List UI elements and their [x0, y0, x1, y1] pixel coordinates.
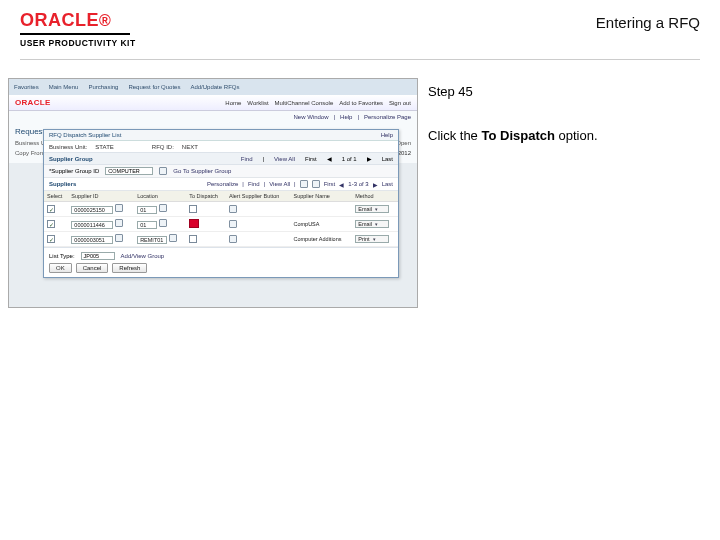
nav-item[interactable]: Add/Update RFQs [190, 84, 239, 90]
row-select-checkbox[interactable]: ✓ [47, 235, 55, 243]
nav-item[interactable]: Main Menu [49, 84, 79, 90]
col-alert: Alert Supplier Button [226, 191, 291, 202]
global-link[interactable]: Home [225, 100, 241, 106]
dlg-rfq-label: RFQ ID: [152, 144, 174, 150]
breadcrumb-link[interactable]: Help [340, 114, 352, 120]
find-link-2[interactable]: Find [248, 181, 260, 187]
cancel-button[interactable]: Cancel [76, 263, 109, 273]
method-select[interactable]: Email [355, 220, 389, 228]
supplier-name-cell: Computer Additions [290, 232, 352, 247]
col-supplier-id: Supplier ID [68, 191, 134, 202]
embedded-screenshot: Favorites Main Menu Purchasing Request f… [8, 78, 418, 308]
page-title: Entering a RFQ [596, 10, 700, 31]
app-breadcrumb: New Window| Help| Personalize Page [9, 111, 417, 123]
pager2-next-icon[interactable]: ▶ [373, 181, 378, 188]
col-method: Method [352, 191, 398, 202]
page-header: ORACLE® USER PRODUCTIVITY KIT Entering a… [0, 0, 720, 53]
suppliers-table: Select Supplier ID Location To Dispatch … [44, 191, 398, 247]
instruction-suffix: option. [555, 128, 598, 143]
to-dispatch-checkbox[interactable] [189, 205, 197, 213]
supplier-id-input[interactable]: 0000025150 [71, 206, 113, 214]
instruction-text: Click the To Dispatch option. [428, 126, 700, 146]
dlg-rfq-value: NEXT [182, 144, 198, 150]
zoom-icon[interactable] [300, 180, 308, 188]
dialog-help-link[interactable]: Help [381, 132, 393, 138]
row-select-checkbox[interactable]: ✓ [47, 220, 55, 228]
to-dispatch-highlight[interactable] [189, 219, 199, 228]
location-input[interactable]: 01 [137, 221, 157, 229]
content-area: Favorites Main Menu Purchasing Request f… [0, 60, 720, 308]
instruction-panel: Step 45 Click the To Dispatch option. [428, 78, 700, 308]
pager-prev-icon[interactable]: ◀ [327, 155, 332, 162]
method-select[interactable]: Email [355, 205, 389, 213]
pager-last[interactable]: Last [382, 156, 393, 162]
pager-next-icon[interactable]: ▶ [367, 155, 372, 162]
global-link[interactable]: Worklist [247, 100, 268, 106]
breadcrumb-link[interactable]: Personalize Page [364, 114, 411, 120]
alert-supplier-icon[interactable] [229, 205, 237, 213]
supplier-id-input[interactable]: 0000011446 [71, 221, 113, 229]
pager-first[interactable]: First [305, 156, 317, 162]
go-supplier-link[interactable]: Go To Supplier Group [173, 168, 231, 174]
pager2-last[interactable]: Last [382, 181, 393, 187]
dialog-button-row: OK Cancel Refresh [49, 263, 393, 273]
download-icon[interactable] [312, 180, 320, 188]
brand-text: ORACLE [20, 10, 99, 30]
lookup-icon[interactable] [169, 234, 177, 242]
global-link[interactable]: MultiChannel Console [275, 100, 334, 106]
lookup-icon[interactable] [115, 204, 123, 212]
location-input[interactable]: REMIT01 [137, 236, 167, 244]
tab-supplier-group[interactable]: Supplier Group [49, 156, 93, 162]
logo-block: ORACLE® USER PRODUCTIVITY KIT [20, 10, 136, 48]
breadcrumb-link[interactable]: New Window [293, 114, 328, 120]
location-input[interactable]: 01 [137, 206, 157, 214]
lookup-icon[interactable] [159, 204, 167, 212]
dialog-tabbar: Supplier Group Find| View All First ◀ 1 … [44, 152, 398, 165]
table-row: ✓ 0000003051 REMIT01 Computer Additions … [44, 232, 398, 247]
view-all-link-2[interactable]: View All [269, 181, 290, 187]
supplier-name-cell [290, 202, 352, 217]
global-link[interactable]: Add to Favorites [339, 100, 383, 106]
find-link[interactable]: Find [241, 156, 253, 162]
add-view-group-link[interactable]: Add/View Group [121, 253, 165, 259]
copy-from-label: Copy From [15, 150, 45, 156]
row-select-checkbox[interactable]: ✓ [47, 205, 55, 213]
table-header-row: Select Supplier ID Location To Dispatch … [44, 191, 398, 202]
col-location: Location [134, 191, 186, 202]
lookup-icon[interactable] [159, 219, 167, 227]
oracle-logo: ORACLE® [20, 10, 136, 31]
personalize-link[interactable]: Personalize [207, 181, 238, 187]
list-type-input[interactable]: JP005 [81, 252, 115, 260]
dialog-footer: List Type: JP005 Add/View Group OK Cance… [44, 247, 398, 277]
nav-item[interactable]: Request for Quotes [128, 84, 180, 90]
table-row: ✓ 0000011446 01 CompUSA Email [44, 217, 398, 232]
dialog-info-row: Business Unit: STATE RFQ ID: NEXT [44, 141, 398, 152]
supplier-id-input[interactable]: 0000003051 [71, 236, 113, 244]
table-row: ✓ 0000025150 01 Email [44, 202, 398, 217]
instruction-bold: To Dispatch [481, 128, 554, 143]
method-select[interactable]: Print [355, 235, 389, 243]
lookup-icon[interactable] [159, 167, 167, 175]
nav-item[interactable]: Purchasing [88, 84, 118, 90]
group-id-label: *Supplier Group ID [49, 168, 99, 174]
ok-button[interactable]: OK [49, 263, 72, 273]
pager2-range: 1-3 of 3 [348, 181, 368, 187]
alert-supplier-icon[interactable] [229, 220, 237, 228]
app-topnav: Favorites Main Menu Purchasing Request f… [9, 79, 417, 95]
lookup-icon[interactable] [115, 234, 123, 242]
mini-oracle-logo: ORACLE [15, 98, 51, 107]
suppliers-header-row: Suppliers Personalize| Find| View All| F… [44, 178, 398, 191]
view-all-link[interactable]: View All [274, 156, 295, 162]
pager2-first[interactable]: First [324, 181, 336, 187]
pager2-prev-icon[interactable]: ◀ [339, 181, 344, 188]
dlg-bu-label: Business Unit: [49, 144, 87, 150]
lookup-icon[interactable] [115, 219, 123, 227]
refresh-button[interactable]: Refresh [112, 263, 147, 273]
suppliers-label: Suppliers [49, 181, 76, 187]
to-dispatch-checkbox[interactable] [189, 235, 197, 243]
group-id-input[interactable]: COMPUTER [105, 167, 153, 175]
nav-item[interactable]: Favorites [14, 84, 39, 90]
logo-divider [20, 33, 130, 35]
alert-supplier-icon[interactable] [229, 235, 237, 243]
global-link[interactable]: Sign out [389, 100, 411, 106]
